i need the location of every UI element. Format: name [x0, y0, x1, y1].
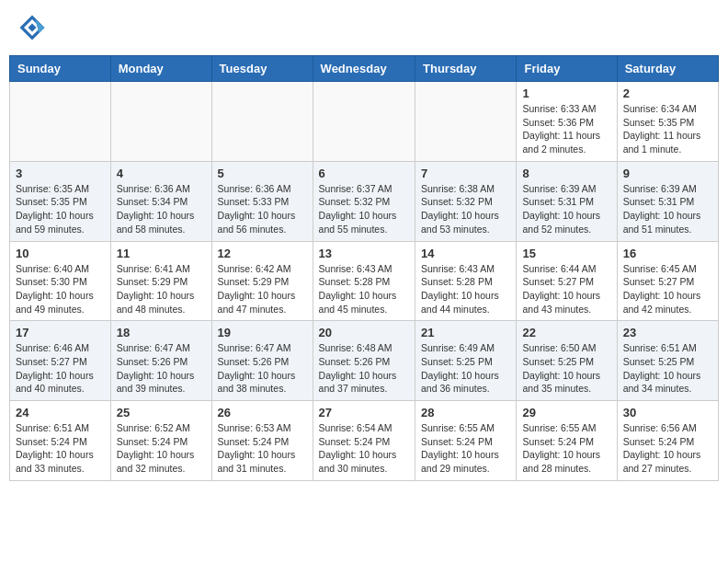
day-info: Sunrise: 6:47 AMSunset: 5:26 PMDaylight:…: [117, 341, 206, 396]
day-number: 7: [421, 167, 510, 180]
calendar-week-row: 1Sunrise: 6:33 AMSunset: 5:36 PMDaylight…: [10, 82, 719, 162]
day-info: Sunrise: 6:55 AMSunset: 5:24 PMDaylight:…: [421, 421, 510, 476]
day-number: 5: [218, 167, 307, 180]
day-number: 14: [421, 247, 510, 260]
day-info: Sunrise: 6:53 AMSunset: 5:24 PMDaylight:…: [218, 421, 307, 476]
day-info: Sunrise: 6:50 AMSunset: 5:25 PMDaylight:…: [522, 341, 610, 396]
day-info: Sunrise: 6:33 AMSunset: 5:36 PMDaylight:…: [522, 102, 610, 156]
calendar-day-cell: 4Sunrise: 6:36 AMSunset: 5:34 PMDaylight…: [110, 161, 211, 241]
day-info: Sunrise: 6:38 AMSunset: 5:32 PMDaylight:…: [421, 182, 510, 236]
calendar-day-cell: 18Sunrise: 6:47 AMSunset: 5:26 PMDayligh…: [110, 321, 211, 401]
calendar-week-row: 3Sunrise: 6:35 AMSunset: 5:35 PMDaylight…: [10, 161, 719, 241]
calendar-day-cell: 11Sunrise: 6:41 AMSunset: 5:29 PMDayligh…: [110, 241, 211, 321]
day-info: Sunrise: 6:44 AMSunset: 5:27 PMDaylight:…: [522, 262, 610, 316]
day-info: Sunrise: 6:36 AMSunset: 5:33 PMDaylight:…: [218, 182, 307, 236]
day-number: 18: [117, 326, 206, 339]
calendar-day-cell: 7Sunrise: 6:38 AMSunset: 5:32 PMDaylight…: [415, 161, 517, 241]
day-info: Sunrise: 6:55 AMSunset: 5:24 PMDaylight:…: [522, 421, 610, 476]
day-info: Sunrise: 6:34 AMSunset: 5:35 PMDaylight:…: [623, 102, 712, 156]
calendar-day-cell: 13Sunrise: 6:43 AMSunset: 5:28 PMDayligh…: [313, 241, 415, 321]
weekday-header: Monday: [110, 56, 211, 82]
day-number: 1: [522, 86, 610, 100]
calendar-day-cell: 8Sunrise: 6:39 AMSunset: 5:31 PMDaylight…: [517, 161, 617, 241]
calendar-day-cell: 15Sunrise: 6:44 AMSunset: 5:27 PMDayligh…: [517, 241, 617, 321]
calendar-day-cell: 2Sunrise: 6:34 AMSunset: 5:35 PMDaylight…: [617, 82, 718, 162]
day-info: Sunrise: 6:35 AMSunset: 5:35 PMDaylight:…: [16, 182, 105, 236]
day-number: 24: [16, 406, 105, 419]
calendar-day-cell: 27Sunrise: 6:54 AMSunset: 5:24 PMDayligh…: [313, 401, 415, 481]
day-info: Sunrise: 6:46 AMSunset: 5:27 PMDaylight:…: [16, 341, 105, 396]
calendar-table: SundayMondayTuesdayWednesdayThursdayFrid…: [9, 55, 719, 481]
day-number: 22: [522, 326, 610, 339]
day-info: Sunrise: 6:45 AMSunset: 5:27 PMDaylight:…: [623, 262, 712, 316]
day-number: 2: [623, 86, 712, 100]
day-number: 10: [16, 247, 105, 260]
calendar-day-cell: 6Sunrise: 6:37 AMSunset: 5:32 PMDaylight…: [313, 161, 415, 241]
weekday-header: Sunday: [10, 56, 111, 82]
day-number: 12: [218, 247, 307, 260]
day-info: Sunrise: 6:39 AMSunset: 5:31 PMDaylight:…: [522, 182, 610, 236]
calendar-day-cell: 29Sunrise: 6:55 AMSunset: 5:24 PMDayligh…: [517, 401, 617, 481]
day-number: 23: [623, 326, 712, 339]
day-number: 11: [117, 247, 206, 260]
calendar-day-cell: [110, 82, 211, 162]
day-number: 20: [319, 326, 409, 339]
day-number: 30: [623, 406, 712, 419]
day-info: Sunrise: 6:43 AMSunset: 5:28 PMDaylight:…: [319, 262, 409, 316]
calendar-day-cell: 12Sunrise: 6:42 AMSunset: 5:29 PMDayligh…: [211, 241, 313, 321]
calendar-week-row: 24Sunrise: 6:51 AMSunset: 5:24 PMDayligh…: [10, 401, 719, 481]
calendar-week-row: 10Sunrise: 6:40 AMSunset: 5:30 PMDayligh…: [10, 241, 719, 321]
day-info: Sunrise: 6:51 AMSunset: 5:25 PMDaylight:…: [623, 341, 712, 396]
day-info: Sunrise: 6:51 AMSunset: 5:24 PMDaylight:…: [16, 421, 105, 476]
calendar-day-cell: [415, 82, 517, 162]
calendar-day-cell: [10, 82, 111, 162]
day-info: Sunrise: 6:47 AMSunset: 5:26 PMDaylight:…: [218, 341, 307, 396]
calendar-day-cell: 24Sunrise: 6:51 AMSunset: 5:24 PMDayligh…: [10, 401, 111, 481]
day-number: 29: [522, 406, 610, 419]
day-info: Sunrise: 6:49 AMSunset: 5:25 PMDaylight:…: [421, 341, 510, 396]
day-number: 17: [16, 326, 105, 339]
weekday-header: Friday: [517, 56, 617, 82]
calendar-day-cell: 21Sunrise: 6:49 AMSunset: 5:25 PMDayligh…: [415, 321, 517, 401]
day-number: 28: [421, 406, 510, 419]
calendar-day-cell: 10Sunrise: 6:40 AMSunset: 5:30 PMDayligh…: [10, 241, 111, 321]
day-number: 6: [319, 167, 409, 180]
calendar-day-cell: 3Sunrise: 6:35 AMSunset: 5:35 PMDaylight…: [10, 161, 111, 241]
calendar-day-cell: 14Sunrise: 6:43 AMSunset: 5:28 PMDayligh…: [415, 241, 517, 321]
calendar-day-cell: 23Sunrise: 6:51 AMSunset: 5:25 PMDayligh…: [617, 321, 718, 401]
logo: [18, 14, 50, 41]
day-number: 4: [117, 167, 206, 180]
calendar-day-cell: 26Sunrise: 6:53 AMSunset: 5:24 PMDayligh…: [211, 401, 313, 481]
day-number: 8: [522, 167, 610, 180]
day-number: 13: [319, 247, 409, 260]
calendar-header-row: SundayMondayTuesdayWednesdayThursdayFrid…: [10, 56, 719, 82]
calendar-day-cell: 17Sunrise: 6:46 AMSunset: 5:27 PMDayligh…: [10, 321, 111, 401]
weekday-header: Thursday: [415, 56, 517, 82]
calendar-day-cell: 25Sunrise: 6:52 AMSunset: 5:24 PMDayligh…: [110, 401, 211, 481]
calendar-day-cell: 9Sunrise: 6:39 AMSunset: 5:31 PMDaylight…: [617, 161, 718, 241]
logo-icon: [18, 14, 46, 41]
day-number: 19: [218, 326, 307, 339]
day-number: 21: [421, 326, 510, 339]
day-info: Sunrise: 6:37 AMSunset: 5:32 PMDaylight:…: [319, 182, 409, 236]
day-info: Sunrise: 6:42 AMSunset: 5:29 PMDaylight:…: [218, 262, 307, 316]
calendar-day-cell: 20Sunrise: 6:48 AMSunset: 5:26 PMDayligh…: [313, 321, 415, 401]
day-info: Sunrise: 6:52 AMSunset: 5:24 PMDaylight:…: [117, 421, 206, 476]
day-info: Sunrise: 6:39 AMSunset: 5:31 PMDaylight:…: [623, 182, 712, 236]
day-number: 3: [16, 167, 105, 180]
calendar-day-cell: 5Sunrise: 6:36 AMSunset: 5:33 PMDaylight…: [211, 161, 313, 241]
day-info: Sunrise: 6:54 AMSunset: 5:24 PMDaylight:…: [319, 421, 409, 476]
day-number: 26: [218, 406, 307, 419]
day-info: Sunrise: 6:56 AMSunset: 5:24 PMDaylight:…: [623, 421, 712, 476]
day-number: 9: [623, 167, 712, 180]
day-info: Sunrise: 6:48 AMSunset: 5:26 PMDaylight:…: [319, 341, 409, 396]
calendar-day-cell: 28Sunrise: 6:55 AMSunset: 5:24 PMDayligh…: [415, 401, 517, 481]
weekday-header: Tuesday: [211, 56, 313, 82]
day-info: Sunrise: 6:40 AMSunset: 5:30 PMDaylight:…: [16, 262, 105, 316]
day-number: 27: [319, 406, 409, 419]
calendar-week-row: 17Sunrise: 6:46 AMSunset: 5:27 PMDayligh…: [10, 321, 719, 401]
weekday-header: Wednesday: [313, 56, 415, 82]
calendar-day-cell: 16Sunrise: 6:45 AMSunset: 5:27 PMDayligh…: [617, 241, 718, 321]
calendar-day-cell: [211, 82, 313, 162]
day-info: Sunrise: 6:36 AMSunset: 5:34 PMDaylight:…: [117, 182, 206, 236]
